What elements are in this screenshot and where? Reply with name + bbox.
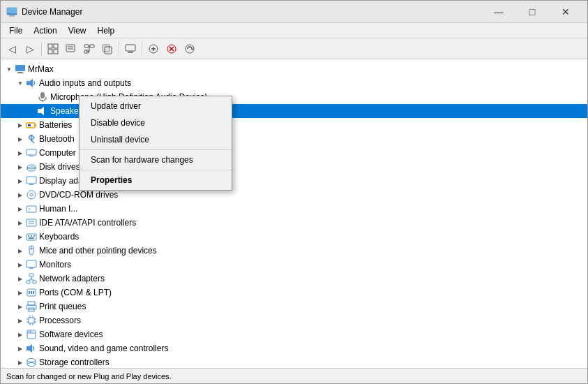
tree-item-sound[interactable]: ▶ Sound, video and game controllers — [1, 341, 587, 355]
menu-action[interactable]: Action — [28, 24, 62, 37]
software-icon — [26, 329, 37, 340]
batteries-icon — [26, 119, 37, 131]
status-bar: Scan for changed or new Plug and Play de… — [1, 368, 587, 383]
human-label: Human I... — [39, 204, 77, 214]
tree-item-print[interactable]: ▶ Print queues — [1, 300, 587, 313]
svg-rect-65 — [27, 281, 30, 283]
tree-item-mice[interactable]: ▶ Mice and other pointing devices — [1, 244, 587, 258]
maximize-button[interactable]: □ — [516, 1, 548, 23]
svg-rect-4 — [54, 44, 58, 48]
dvd-label: DVD/CD-ROM drives — [39, 190, 118, 200]
keyboard-icon — [26, 231, 37, 242]
expand-arrow-computer: ▶ — [15, 147, 26, 158]
svg-rect-1 — [9, 15, 15, 17]
svg-rect-77 — [29, 318, 34, 323]
ctx-properties[interactable]: Properties — [80, 172, 232, 189]
toolbar-separator-1 — [41, 42, 42, 56]
monitors-label: Monitors — [39, 260, 71, 269]
svg-rect-41 — [29, 156, 33, 156]
svg-rect-39 — [28, 124, 31, 126]
svg-rect-73 — [33, 291, 34, 294]
menu-view[interactable]: View — [63, 24, 92, 37]
ctx-update-driver[interactable]: Update driver — [80, 98, 232, 115]
mice-icon — [26, 245, 37, 256]
add-driver-button[interactable] — [145, 40, 162, 57]
tree-item-ide[interactable]: ▶ IDE ATA/ATAPI controllers — [1, 216, 587, 230]
app-icon — [6, 6, 17, 17]
svg-point-91 — [27, 359, 36, 362]
svg-rect-58 — [33, 235, 35, 237]
tree-item-keyboards[interactable]: ▶ Keyboards — [1, 230, 587, 244]
svg-rect-75 — [27, 305, 36, 309]
tree-item-audio[interactable]: ▼ Audio inputs and outputs — [1, 76, 587, 90]
uninstall-button[interactable] — [163, 40, 180, 57]
expand-arrow-bluetooth: ▶ — [15, 133, 26, 145]
expand-arrow-keyboards: ▶ — [15, 231, 26, 242]
network-label: Network adapters — [39, 274, 105, 283]
svg-point-48 — [27, 191, 36, 199]
ports-icon — [26, 287, 37, 298]
view-resources-button[interactable] — [63, 40, 80, 57]
disk-label: Disk drives — [39, 162, 80, 172]
device-tree[interactable]: ▼ MrMax ▼ Audio inputs and outputs ▶ — [1, 59, 587, 368]
expand-arrow-batteries: ▶ — [15, 119, 26, 131]
hidden-devices-button[interactable] — [99, 40, 116, 57]
computer-icon — [15, 64, 26, 75]
display-button[interactable] — [122, 40, 139, 57]
sound-label: Sound, video and game controllers — [39, 344, 168, 353]
tree-item-processors[interactable]: ▶ Processors — [1, 313, 587, 327]
tree-item-software[interactable]: ▶ Software devices — [1, 327, 587, 341]
back-button[interactable]: ◁ — [3, 40, 20, 57]
software-label: Software devices — [39, 330, 103, 339]
connections-button[interactable] — [81, 40, 98, 57]
toolbar: ◁ ▷ — [1, 38, 587, 59]
expand-arrow-mice: ▶ — [15, 245, 26, 256]
expand-arrow-monitors: ▶ — [15, 259, 26, 270]
svg-rect-11 — [90, 45, 94, 47]
ctx-disable-device[interactable]: Disable device — [80, 115, 232, 131]
tree-item-human[interactable]: ▶ Human I... — [1, 202, 587, 216]
svg-rect-33 — [27, 81, 30, 85]
close-button[interactable]: ✕ — [550, 1, 582, 23]
monitor-icon — [26, 259, 37, 270]
minimize-button[interactable]: — — [483, 1, 515, 23]
expand-arrow-print: ▶ — [15, 301, 26, 312]
menu-help[interactable]: Help — [92, 24, 121, 37]
expand-arrow-audio: ▼ — [15, 77, 26, 89]
forward-button[interactable]: ▷ — [22, 40, 38, 57]
svg-rect-66 — [33, 281, 36, 283]
svg-rect-34 — [40, 92, 45, 98]
tree-item-ports[interactable]: ▶ Ports (COM & LPT) — [1, 286, 587, 300]
tree-root[interactable]: ▼ MrMax — [1, 62, 587, 76]
tree-item-storage[interactable]: ▶ Storage controllers — [1, 355, 587, 368]
ctx-uninstall-device[interactable]: Uninstall device — [80, 131, 232, 148]
main-area: ▼ MrMax ▼ Audio inputs and outputs ▶ — [1, 59, 587, 368]
tree-item-network[interactable]: ▶ Network adapters — [1, 272, 587, 286]
print-label: Print queues — [39, 302, 86, 311]
expand-arrow-ide: ▶ — [15, 217, 26, 228]
menu-bar: File Action View Help — [1, 23, 587, 38]
scan-button[interactable] — [181, 40, 198, 57]
svg-rect-10 — [84, 45, 89, 47]
svg-rect-64 — [29, 274, 33, 276]
svg-rect-90 — [27, 346, 29, 350]
processors-icon — [26, 315, 37, 326]
speakers-icon — [37, 105, 48, 117]
expand-arrow-sound: ▶ — [15, 343, 26, 354]
svg-rect-52 — [27, 219, 36, 226]
storage-label: Storage controllers — [39, 357, 110, 367]
tree-item-monitors[interactable]: ▶ Monitors — [1, 258, 587, 272]
expand-arrow-software: ▶ — [15, 329, 26, 340]
expand-arrow-storage: ▶ — [15, 357, 26, 368]
ctx-scan-hardware[interactable]: Scan for hardware changes — [80, 152, 232, 168]
svg-rect-5 — [48, 50, 52, 54]
root-label: MrMax — [28, 64, 54, 74]
context-menu: Update driver Disable device Uninstall d… — [79, 96, 232, 191]
svg-rect-55 — [27, 234, 36, 240]
view-devices-button[interactable] — [45, 40, 61, 57]
svg-rect-57 — [31, 235, 32, 237]
disk-icon — [26, 161, 37, 172]
ctx-separator-1 — [80, 149, 232, 150]
menu-file[interactable]: File — [3, 24, 28, 37]
svg-rect-46 — [27, 177, 36, 184]
